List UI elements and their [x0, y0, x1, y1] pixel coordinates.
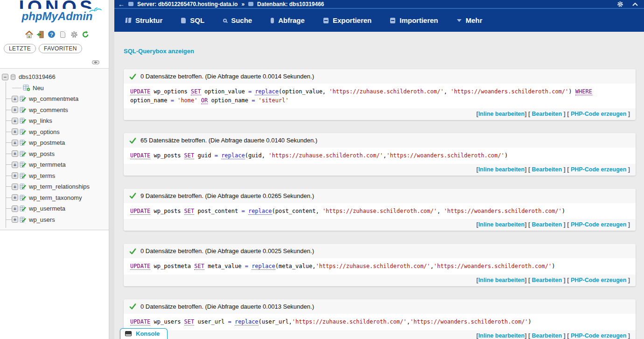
- action-link-bearbeiten[interactable]: Bearbeiten: [532, 166, 562, 173]
- link-panel-icon[interactable]: [92, 60, 99, 64]
- recent-button[interactable]: LETZTE: [4, 44, 36, 53]
- table-icon: [20, 173, 27, 179]
- results-list: 0 Datensätze betroffen. (Die Abfrage dau…: [124, 69, 636, 339]
- expand-icon[interactable]: +: [12, 194, 18, 201]
- sidebar-table-wp_term_taxonomy[interactable]: +wp_term_taxonomy: [0, 192, 114, 204]
- expand-icon[interactable]: +: [12, 172, 18, 179]
- action-link-bearbeiten[interactable]: Bearbeiten: [532, 277, 562, 283]
- sidebar-table-wp_termmeta[interactable]: +wp_termmeta: [0, 159, 114, 170]
- action-link-inline-bearbeiten[interactable]: Inline bearbeiten: [478, 111, 525, 117]
- action-link-bearbeiten[interactable]: Bearbeiten: [532, 332, 562, 339]
- suche-icon: [223, 19, 227, 22]
- table-list: +wp_commentmeta+wp_comments+wp_links+wp_…: [0, 93, 114, 225]
- home-icon[interactable]: [25, 30, 33, 38]
- sidebar-table-wp_term_relationships[interactable]: +wp_term_relationships: [0, 181, 114, 192]
- sidebar-item-new-table[interactable]: Neu: [0, 83, 114, 94]
- query-result-card: 65 Datensätze betroffen. (Die Abfrage da…: [124, 133, 636, 176]
- success-check-icon: [129, 73, 136, 80]
- expand-icon[interactable]: +: [12, 118, 18, 124]
- expand-icon[interactable]: +: [12, 205, 18, 212]
- tab-sql[interactable]: SQL: [181, 16, 204, 24]
- table-name: wp_posts: [29, 150, 55, 157]
- phpmyadmin-logo: phpMyAdmin: [22, 10, 93, 22]
- sidebar-table-wp_links[interactable]: +wp_links: [0, 115, 114, 127]
- success-check-icon: [129, 248, 136, 254]
- action-link-php-code-erzeugen[interactable]: PHP-Code erzeugen: [571, 221, 626, 228]
- sidebar-table-wp_commentmeta[interactable]: +wp_commentmeta: [0, 93, 114, 105]
- table-icon: [20, 151, 27, 157]
- action-link-inline-bearbeiten[interactable]: Inline bearbeiten: [478, 221, 525, 228]
- tab-mehr[interactable]: Mehr: [457, 16, 483, 24]
- sidebar-scrollbar[interactable]: [109, 0, 114, 339]
- sql-query-code: UPDATE wp_users SET user_url = replace(u…: [124, 314, 636, 330]
- tab-exportieren[interactable]: Exportieren: [323, 16, 371, 24]
- expand-icon[interactable]: +: [12, 150, 18, 157]
- table-name: wp_term_relationships: [29, 183, 90, 190]
- console-toggle-tab[interactable]: Konsole: [120, 328, 168, 339]
- server-breadcrumb-bar: ← Server: db5012265470.hosting-data.io »…: [114, 0, 644, 9]
- result-message-bar: 65 Datensätze betroffen. (Die Abfrage da…: [124, 133, 636, 148]
- breadcrumb-server[interactable]: Server: db5012265470.hosting-data.io: [137, 1, 238, 7]
- import-icon: [390, 18, 395, 23]
- action-link-inline-bearbeiten[interactable]: Inline bearbeiten: [478, 277, 525, 283]
- quick-icons-row: ?: [0, 30, 114, 38]
- table-name: wp_postmeta: [29, 139, 65, 146]
- sql-query-code: UPDATE wp_posts SET guid = replace(guid,…: [124, 148, 636, 164]
- expand-icon[interactable]: +: [12, 162, 18, 168]
- page-settings-gear-icon[interactable]: [617, 1, 623, 7]
- action-link-php-code-erzeugen[interactable]: PHP-Code erzeugen: [571, 111, 626, 117]
- result-message: 0 Datensätze betroffen. (Die Abfrage dau…: [140, 73, 314, 80]
- action-link-inline-bearbeiten[interactable]: Inline bearbeiten: [478, 332, 525, 339]
- sidebar-table-wp_postmeta[interactable]: +wp_postmeta: [0, 137, 114, 148]
- action-link-php-code-erzeugen[interactable]: PHP-Code erzeugen: [571, 166, 626, 173]
- query-results-panel: SQL-Querybox anzeigen 0 Datensätze betro…: [114, 32, 644, 339]
- query-result-card: 0 Datensätze betroffen. (Die Abfrage dau…: [124, 69, 636, 120]
- sidebar-database-dbs10319466[interactable]: − dbs10319466: [0, 71, 114, 83]
- table-icon: [20, 107, 27, 113]
- new-table-label: Neu: [33, 85, 44, 92]
- database-crumb-icon: [248, 2, 253, 6]
- action-link-bearbeiten[interactable]: Bearbeiten: [532, 111, 562, 117]
- table-name: wp_comments: [29, 106, 68, 113]
- logout-icon[interactable]: [36, 30, 44, 38]
- tab-abfrage[interactable]: Abfrage: [271, 16, 305, 24]
- expand-icon[interactable]: +: [12, 128, 18, 135]
- sidebar-table-wp_usermeta[interactable]: +wp_usermeta: [0, 203, 114, 214]
- phpmyadmin-waves-icon: [89, 6, 103, 14]
- sidebar-table-wp_terms[interactable]: +wp_terms: [0, 170, 114, 182]
- back-arrow-icon[interactable]: ←: [118, 0, 125, 8]
- tab-label: Exportieren: [333, 16, 371, 24]
- tab-importieren[interactable]: Importieren: [390, 16, 438, 24]
- expand-icon[interactable]: +: [12, 216, 18, 223]
- sidebar-table-wp_posts[interactable]: +wp_posts: [0, 148, 114, 160]
- export-icon: [323, 18, 329, 23]
- action-link-php-code-erzeugen[interactable]: PHP-Code erzeugen: [571, 277, 626, 283]
- collapse-topbar-icon[interactable]: [632, 2, 638, 7]
- help-icon[interactable]: ?: [48, 30, 56, 38]
- settings-gear-icon[interactable]: [70, 30, 78, 38]
- sidebar-table-wp_options[interactable]: +wp_options: [0, 127, 114, 138]
- favorites-button[interactable]: FAVORITEN: [39, 44, 82, 53]
- tab-label: Suche: [231, 16, 252, 24]
- breadcrumb-separator: »: [241, 1, 245, 7]
- result-actions: [Inline bearbeiten] [ Bearbeiten ] [ PHP…: [124, 275, 636, 286]
- expand-icon[interactable]: +: [12, 96, 18, 102]
- sidebar-table-wp_users[interactable]: +wp_users: [0, 214, 114, 226]
- refresh-icon[interactable]: [81, 30, 89, 38]
- expand-icon[interactable]: +: [12, 106, 18, 113]
- tab-struktur[interactable]: Struktur: [126, 16, 162, 24]
- show-querybox-link[interactable]: SQL-Querybox anzeigen: [124, 48, 194, 55]
- tab-suche[interactable]: Suche: [223, 16, 252, 24]
- breadcrumb-database[interactable]: Datenbank: dbs10319466: [257, 1, 324, 7]
- result-actions: [Inline bearbeiten] [ Bearbeiten ] [ PHP…: [124, 108, 636, 120]
- action-link-bearbeiten[interactable]: Bearbeiten: [532, 221, 562, 228]
- sql-query-code: UPDATE wp_postmeta SET meta_value = repl…: [124, 258, 636, 275]
- action-link-php-code-erzeugen[interactable]: PHP-Code erzeugen: [571, 332, 626, 339]
- action-link-inline-bearbeiten[interactable]: Inline bearbeiten: [478, 166, 525, 173]
- sidebar-table-wp_comments[interactable]: +wp_comments: [0, 105, 114, 116]
- result-actions: [Inline bearbeiten] [ Bearbeiten ] [ PHP…: [124, 330, 636, 339]
- collapse-icon[interactable]: −: [2, 74, 8, 80]
- expand-icon[interactable]: +: [12, 140, 18, 146]
- expand-icon[interactable]: +: [12, 184, 18, 190]
- documentation-icon[interactable]: [59, 30, 67, 38]
